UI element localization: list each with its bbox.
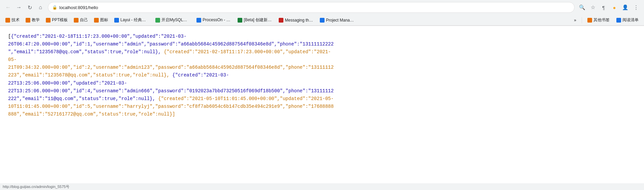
- bookmark-label-messaging: Messaging that ju...: [285, 18, 314, 23]
- lock-icon: 🔒: [52, 5, 57, 10]
- json-obj2-cont2: 21T09:34:32.000+00:00","id":2,"username"…: [8, 65, 334, 70]
- bookmark-label-tubiao: 图标: [100, 17, 108, 23]
- bookmark-icon-ppt: [46, 18, 51, 23]
- bookmark-processon[interactable]: ProcessOn - 我的...: [194, 16, 234, 24]
- other-bookmarks-button[interactable]: 其他书签: [585, 16, 612, 24]
- bookmark-label-layui: Layui - 经典模块化...: [120, 17, 149, 23]
- profile-button[interactable]: 👤: [620, 3, 630, 12]
- bookmark-label-project: Project Managem...: [326, 18, 355, 23]
- bookmark-label-beta: [Beta] 创建新项目...: [244, 17, 273, 23]
- bookmark-icon-project: [320, 18, 325, 23]
- bookmark-layui[interactable]: Layui - 经典模块化...: [112, 16, 152, 24]
- bookmark-messaging[interactable]: Messaging that ju...: [276, 17, 316, 24]
- json-obj3-cont3: 222","email":"11@qq.com","status":true,"…: [8, 96, 155, 101]
- bookmark-label-processon: ProcessOn - 我的...: [203, 17, 232, 23]
- bookmark-icon-processon: [196, 18, 201, 23]
- bookmarks-more-label: »: [574, 18, 576, 23]
- json-obj1-cont1: 26T06:47:20.000+00:00","id":1,"username"…: [8, 41, 334, 47]
- bookmark-star-button[interactable]: ☆: [588, 3, 597, 12]
- json-obj4-start: {"created":"2021-05-10T11:01:45.000+00:0…: [158, 96, 334, 101]
- bookmark-icon-layui: [114, 18, 119, 23]
- json-obj1-open: {"created":"2021-02-18T11:17:23.000+00:0…: [11, 34, 186, 39]
- bookmark-icon-mysql: [155, 18, 160, 23]
- home-button[interactable]: ⌂: [36, 3, 45, 12]
- back-button[interactable]: ←: [3, 3, 13, 12]
- forward-button[interactable]: →: [14, 3, 24, 12]
- bookmarks-bar: 技术 教学 PPT模板 自己 图标 Layui - 经典模块化... 开启MyS…: [0, 15, 644, 26]
- json-obj3-start: {"created":"2021-03-: [172, 72, 229, 78]
- bookmark-ppt[interactable]: PPT模板: [43, 16, 70, 24]
- bookmark-icon-jiaoxue: [26, 18, 30, 23]
- reading-list-icon: [616, 18, 621, 23]
- bookmark-project[interactable]: Project Managem...: [317, 17, 358, 24]
- json-display: [{"created":"2021-02-18T11:17:23.000+00:…: [8, 33, 636, 118]
- json-obj2-start: {"created":"2021-02-18T11:17:23.000+00:0…: [164, 49, 331, 55]
- page-content: [{"created":"2021-02-18T11:17:23.000+00:…: [0, 26, 644, 125]
- refresh-button[interactable]: ↻: [25, 3, 34, 12]
- json-obj2-cont3: 223","email":"1235678@qq.com","status":t…: [8, 72, 170, 78]
- bookmark-label-jishu: 技术: [11, 17, 20, 23]
- bookmark-icon-beta: [238, 18, 242, 23]
- bookmark-label-ppt: PPT模板: [52, 17, 68, 23]
- toolbar-icons: 🔍 ☆ ¶ ● 👤 ⋮: [577, 3, 641, 12]
- json-obj2-cont1: 05-: [8, 57, 17, 62]
- url-input[interactable]: [59, 5, 570, 10]
- bookmark-beta[interactable]: [Beta] 创建新项目...: [235, 16, 275, 24]
- menu-button[interactable]: ⋮: [631, 3, 641, 12]
- json-obj4-cont1: 10T11:01:45.000+00:00","id":5,"username"…: [8, 104, 334, 109]
- search-icon-btn[interactable]: 🔍: [577, 3, 587, 12]
- bookmark-ziji[interactable]: 自己: [71, 16, 91, 24]
- bookmark-icon-messaging: [279, 18, 283, 23]
- bookmark-mysql[interactable]: 开启MySQL远访...: [153, 16, 193, 24]
- bookmark-jishu[interactable]: 技术: [3, 16, 22, 24]
- bookmark-tubiao[interactable]: 图标: [91, 16, 111, 24]
- json-obj1-cont2: ","email":"1235678@qq.com","status":true…: [8, 49, 161, 55]
- reader-button[interactable]: ¶: [599, 3, 608, 12]
- bookmark-jiaoxue[interactable]: 教学: [23, 16, 42, 24]
- nav-bar: ← → ↻ ⌂ 🔒 🔍 ☆ ¶ ● 👤 ⋮: [0, 0, 644, 15]
- bookmark-label-mysql: 开启MySQL远访...: [161, 17, 190, 23]
- json-obj3-cont1: 22T13:25:06.000+00:00","updated":"2021-0…: [8, 81, 127, 86]
- json-obj3-cont2: 22T13:25:06.000+00:00","id":4,"username"…: [8, 88, 334, 94]
- bookmark-icon-jishu: [5, 18, 10, 23]
- bookmark-label-ziji: 自己: [80, 17, 88, 23]
- bookmarks-separator: [582, 17, 582, 23]
- reading-list-label: 阅读清单: [622, 17, 639, 23]
- bookmark-icon-ziji: [74, 18, 79, 23]
- extensions-button[interactable]: ●: [610, 3, 619, 12]
- bookmarks-more-section: » 其他书签 阅读清单: [571, 16, 641, 24]
- bookmarks-more-button[interactable]: »: [571, 17, 579, 24]
- bookmark-label-jiaoxue: 教学: [32, 17, 40, 23]
- json-obj4-cont2: 888","email":"527161772@qq.com","status"…: [8, 112, 175, 117]
- bookmark-icon-tubiao: [94, 18, 99, 23]
- reading-list-button[interactable]: 阅读清单: [614, 16, 641, 24]
- address-bar[interactable]: 🔒: [48, 2, 575, 13]
- other-bookmarks-icon: [587, 18, 592, 23]
- browser-chrome: ← → ↻ ⌂ 🔒 🔍 ☆ ¶ ● 👤 ⋮ 技术 教学 PPT: [0, 0, 644, 26]
- other-bookmarks-label: 其他书签: [593, 17, 610, 23]
- nav-buttons: ← → ↻ ⌂: [3, 3, 45, 12]
